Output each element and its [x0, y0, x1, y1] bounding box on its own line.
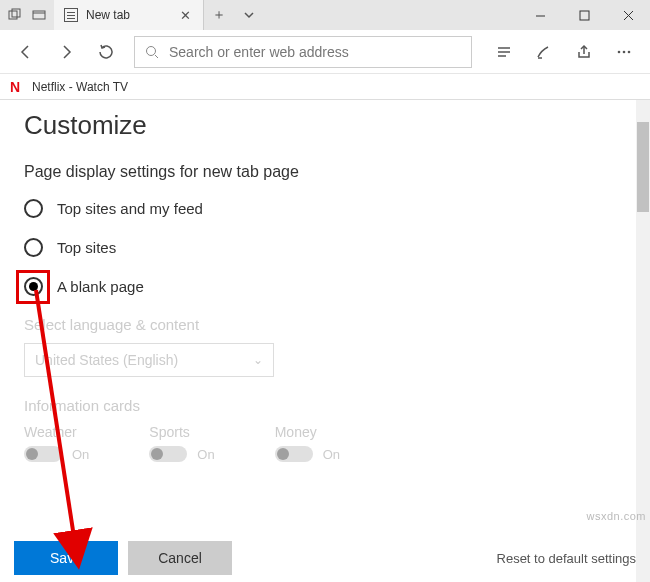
svg-line-9 — [155, 55, 158, 58]
save-button[interactable]: Save — [14, 541, 118, 575]
radio-icon — [24, 238, 43, 257]
svg-rect-0 — [9, 11, 17, 19]
option-top-sites[interactable]: Top sites — [24, 238, 626, 257]
task-view-icon[interactable] — [6, 6, 24, 24]
browser-toolbar: Search or enter web address — [0, 30, 650, 74]
toggle-state: On — [72, 447, 89, 462]
card-title: Weather — [24, 424, 89, 440]
titlebar-left — [0, 0, 54, 30]
close-window-button[interactable] — [606, 0, 650, 30]
cards-section-label: Information cards — [24, 397, 626, 414]
language-select[interactable]: United States (English) ⌄ — [24, 343, 274, 377]
toggle-money[interactable] — [275, 446, 313, 462]
toggle-weather[interactable] — [24, 446, 62, 462]
page-title: Customize — [24, 110, 626, 141]
radio-icon — [24, 277, 43, 296]
toggle-state: On — [323, 447, 340, 462]
footer-bar: Save Cancel Reset to default settings — [0, 534, 650, 582]
new-tab-button[interactable]: ＋ — [204, 0, 234, 30]
minimize-button[interactable] — [518, 0, 562, 30]
option-blank-page[interactable]: A blank page — [24, 277, 626, 296]
option-label: Top sites — [57, 239, 116, 256]
card-title: Sports — [149, 424, 214, 440]
svg-point-8 — [147, 46, 156, 55]
option-label: Top sites and my feed — [57, 200, 203, 217]
notes-icon[interactable] — [526, 34, 562, 70]
reading-list-icon[interactable] — [486, 34, 522, 70]
option-label: A blank page — [57, 278, 144, 295]
language-section-label: Select language & content — [24, 316, 626, 333]
browser-tab[interactable]: New tab ✕ — [54, 0, 204, 30]
svg-rect-1 — [12, 9, 20, 17]
share-icon[interactable] — [566, 34, 602, 70]
watermark: wsxdn.com — [586, 510, 646, 522]
reset-defaults-link[interactable]: Reset to default settings — [497, 551, 636, 566]
window-controls — [518, 0, 650, 30]
window-titlebar: New tab ✕ ＋ — [0, 0, 650, 30]
close-tab-icon[interactable]: ✕ — [177, 7, 193, 23]
card-sports: Sports On — [149, 424, 214, 462]
svg-point-17 — [628, 50, 631, 53]
svg-point-16 — [623, 50, 626, 53]
more-icon[interactable] — [606, 34, 642, 70]
card-title: Money — [275, 424, 340, 440]
option-top-sites-feed[interactable]: Top sites and my feed — [24, 199, 626, 218]
toggle-state: On — [197, 447, 214, 462]
site-title: Netflix - Watch TV — [32, 80, 128, 94]
scroll-thumb[interactable] — [637, 122, 649, 212]
page-subtitle: Page display settings for new tab page — [24, 163, 626, 181]
cancel-button[interactable]: Cancel — [128, 541, 232, 575]
forward-button[interactable] — [48, 34, 84, 70]
toggle-sports[interactable] — [149, 446, 187, 462]
address-bar[interactable]: Search or enter web address — [134, 36, 472, 68]
chevron-down-icon: ⌄ — [253, 353, 263, 367]
refresh-button[interactable] — [88, 34, 124, 70]
tab-preview-icon[interactable] — [30, 6, 48, 24]
address-placeholder: Search or enter web address — [169, 44, 349, 60]
language-value: United States (English) — [35, 352, 178, 368]
radio-icon — [24, 199, 43, 218]
svg-rect-5 — [580, 11, 589, 20]
svg-point-15 — [618, 50, 621, 53]
info-cards-row: Weather On Sports On Money On — [24, 424, 626, 462]
card-money: Money On — [275, 424, 340, 462]
page-icon — [64, 8, 78, 22]
svg-rect-2 — [33, 11, 45, 19]
card-weather: Weather On — [24, 424, 89, 462]
settings-panel: Customize Page display settings for new … — [0, 100, 650, 582]
reading-bar: N Netflix - Watch TV — [0, 74, 650, 100]
tab-actions: ＋ — [204, 0, 264, 30]
tab-title: New tab — [86, 8, 130, 22]
netflix-logo-icon: N — [10, 80, 24, 94]
search-icon — [145, 45, 159, 59]
tab-menu-chevron-icon[interactable] — [234, 0, 264, 30]
back-button[interactable] — [8, 34, 44, 70]
maximize-button[interactable] — [562, 0, 606, 30]
